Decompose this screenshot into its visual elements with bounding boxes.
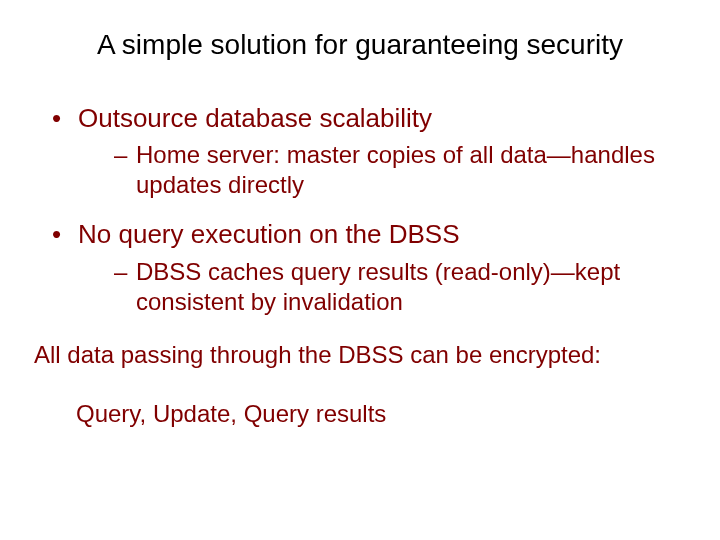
bullet-list-level1: Outsource database scalability Home serv… — [50, 102, 690, 317]
bullet-list-level2: DBSS caches query results (read-only)—ke… — [114, 257, 690, 317]
sub-bullet-item: Home server: master copies of all data—h… — [114, 140, 690, 200]
body-paragraph: All data passing through the DBSS can be… — [34, 339, 686, 370]
slide-title: A simple solution for guaranteeing secur… — [30, 28, 690, 62]
bullet-list-level2: Home server: master copies of all data—h… — [114, 140, 690, 200]
body-subline: Query, Update, Query results — [76, 398, 690, 429]
sub-bullet-text: Home server: master copies of all data—h… — [136, 141, 655, 198]
bullet-item: Outsource database scalability Home serv… — [50, 102, 690, 201]
slide: A simple solution for guaranteeing secur… — [0, 0, 720, 540]
sub-bullet-item: DBSS caches query results (read-only)—ke… — [114, 257, 690, 317]
bullet-item: No query execution on the DBSS DBSS cach… — [50, 218, 690, 317]
bullet-text: Outsource database scalability — [78, 103, 432, 133]
bullet-text: No query execution on the DBSS — [78, 219, 460, 249]
sub-bullet-text: DBSS caches query results (read-only)—ke… — [136, 258, 620, 315]
